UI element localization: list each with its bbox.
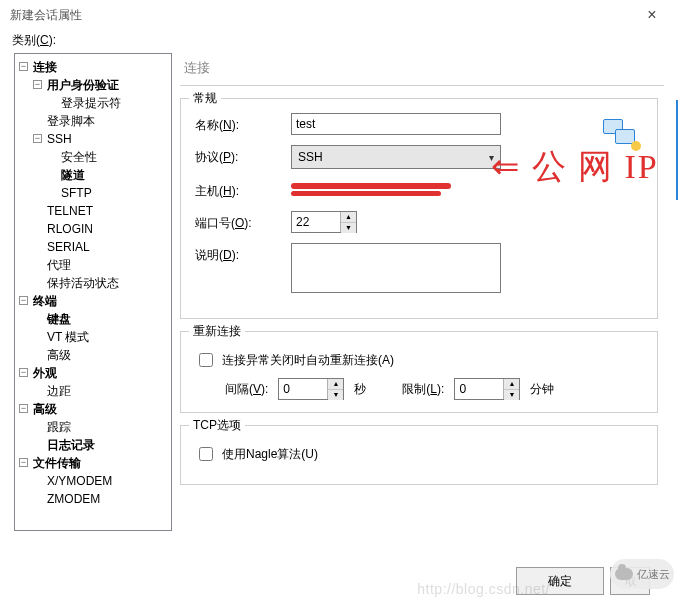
tree-node-appearance[interactable]: − 外观 边距 <box>31 364 169 400</box>
spinner-up-icon[interactable]: ▲ <box>504 379 519 390</box>
toggle-icon[interactable]: − <box>19 368 28 377</box>
toggle-icon[interactable]: − <box>19 62 28 71</box>
auto-reconnect-label: 连接异常关闭时自动重新连接(A) <box>222 352 394 369</box>
watermark-url: http://blog.csdn.net/ <box>417 581 550 597</box>
tree-node-auth[interactable]: − 用户身份验证 登录提示符 <box>45 76 169 112</box>
tree-node-proxy[interactable]: 代理 <box>45 256 169 274</box>
category-tree[interactable]: − 连接 − 用户身份验证 登录提示符 登录脚本 − SSH <box>14 53 172 531</box>
tree-node-xymodem[interactable]: X/YMODEM <box>45 472 169 490</box>
spinner-up-icon[interactable]: ▲ <box>328 379 343 390</box>
category-label: 类别(C): <box>0 30 680 53</box>
limit-input[interactable] <box>455 379 503 399</box>
toggle-icon[interactable]: − <box>33 134 42 143</box>
tree-node-connection[interactable]: − 连接 − 用户身份验证 登录提示符 登录脚本 − SSH <box>31 58 169 292</box>
spinner-down-icon[interactable]: ▼ <box>328 390 343 400</box>
toggle-icon[interactable]: − <box>33 80 42 89</box>
group-reconnect: 重新连接 连接异常关闭时自动重新连接(A) 间隔(V): ▲▼ 秒 限制(L):… <box>180 331 658 413</box>
tree-node-login-script[interactable]: 登录脚本 <box>45 112 169 130</box>
tree-node-keepalive[interactable]: 保持活动状态 <box>45 274 169 292</box>
protocol-value: SSH <box>298 150 323 164</box>
seconds-unit: 秒 <box>354 381 366 398</box>
group-reconnect-legend: 重新连接 <box>189 323 245 340</box>
host-redacted <box>291 181 451 201</box>
auto-reconnect-checkbox[interactable] <box>199 353 213 367</box>
description-label: 说明(D): <box>195 243 285 264</box>
interval-input[interactable] <box>279 379 327 399</box>
tree-node-advanced[interactable]: − 高级 跟踪 日志记录 <box>31 400 169 454</box>
tree-node-keyboard[interactable]: 键盘 <box>45 310 169 328</box>
watermark-logo: 亿速云 <box>610 559 674 589</box>
name-label: 名称(N): <box>195 113 285 134</box>
interval-label: 间隔(V): <box>225 381 268 398</box>
tree-node-filetransfer[interactable]: − 文件传输 X/YMODEM ZMODEM <box>31 454 169 508</box>
chevron-down-icon: ▾ <box>489 152 494 163</box>
port-input[interactable] <box>292 212 340 232</box>
tree-node-zmodem[interactable]: ZMODEM <box>45 490 169 508</box>
spinner-down-icon[interactable]: ▼ <box>341 223 356 233</box>
port-label: 端口号(O): <box>195 211 285 232</box>
spinner-up-icon[interactable]: ▲ <box>341 212 356 223</box>
tree-node-login-prompt[interactable]: 登录提示符 <box>59 94 169 112</box>
tree-node-vtmode[interactable]: VT 模式 <box>45 328 169 346</box>
toggle-icon[interactable]: − <box>19 404 28 413</box>
panel-title: 连接 <box>180 53 664 86</box>
group-tcp-legend: TCP选项 <box>189 417 245 434</box>
port-spinner[interactable]: ▲ ▼ <box>291 211 357 233</box>
window-title: 新建会话属性 <box>10 7 82 24</box>
host-label: 主机(H): <box>195 179 285 200</box>
content-panel: 连接 常规 名称(N): 协议(P): SSH ▾ <box>180 53 674 531</box>
toggle-icon[interactable]: − <box>19 296 28 305</box>
tree-node-log[interactable]: 日志记录 <box>45 436 169 454</box>
hosts-icon <box>603 119 639 149</box>
tree-node-tunnel[interactable]: 隧道 <box>59 166 169 184</box>
tree-node-serial[interactable]: SERIAL <box>45 238 169 256</box>
close-icon[interactable]: × <box>632 5 672 25</box>
tree-node-terminal[interactable]: − 终端 键盘 VT 模式 高级 <box>31 292 169 364</box>
tree-node-trace[interactable]: 跟踪 <box>45 418 169 436</box>
tree-node-advanced-term[interactable]: 高级 <box>45 346 169 364</box>
nagle-label: 使用Nagle算法(U) <box>222 446 318 463</box>
group-tcp: TCP选项 使用Nagle算法(U) <box>180 425 658 485</box>
tree-node-ssh[interactable]: − SSH 安全性 隧道 SFTP <box>45 130 169 202</box>
limit-spinner[interactable]: ▲▼ <box>454 378 520 400</box>
tree-node-margin[interactable]: 边距 <box>45 382 169 400</box>
cloud-icon <box>615 568 633 580</box>
tree-node-telnet[interactable]: TELNET <box>45 202 169 220</box>
limit-label: 限制(L): <box>402 381 444 398</box>
main-layout: − 连接 − 用户身份验证 登录提示符 登录脚本 − SSH <box>0 53 680 531</box>
decorative-line <box>674 100 678 200</box>
minutes-unit: 分钟 <box>530 381 554 398</box>
tree-node-rlogin[interactable]: RLOGIN <box>45 220 169 238</box>
tree-node-sftp[interactable]: SFTP <box>59 184 169 202</box>
tree-node-security[interactable]: 安全性 <box>59 148 169 166</box>
spinner-down-icon[interactable]: ▼ <box>504 390 519 400</box>
description-textarea[interactable] <box>291 243 501 293</box>
protocol-label: 协议(P): <box>195 145 285 166</box>
interval-spinner[interactable]: ▲▼ <box>278 378 344 400</box>
group-general-legend: 常规 <box>189 90 221 107</box>
name-input[interactable] <box>291 113 501 135</box>
protocol-select[interactable]: SSH ▾ <box>291 145 501 169</box>
toggle-icon[interactable]: − <box>19 458 28 467</box>
group-general: 常规 名称(N): 协议(P): SSH ▾ 主机(H): <box>180 98 658 319</box>
window-titlebar: 新建会话属性 × <box>0 0 680 30</box>
nagle-checkbox[interactable] <box>199 447 213 461</box>
